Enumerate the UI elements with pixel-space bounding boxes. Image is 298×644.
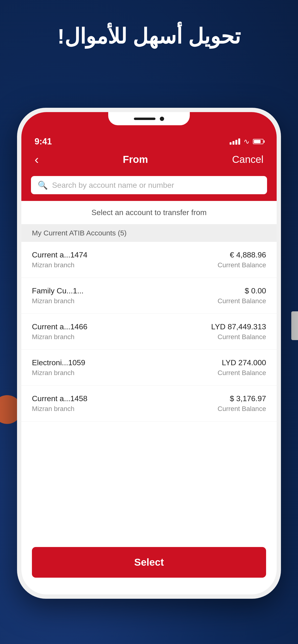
status-time: 9:41 xyxy=(35,136,52,146)
account-balance: $ 3,176.97 xyxy=(230,394,266,403)
cancel-button[interactable]: Cancel xyxy=(232,154,263,165)
phone-mockup: 9:41 ∿ xyxy=(17,108,281,599)
accounts-list: Current a...1474 Mizran branch € 4,888.9… xyxy=(21,242,277,422)
account-branch: Mizran branch xyxy=(32,297,83,305)
account-name: Current a...1458 xyxy=(32,394,87,403)
page-subtitle: Select an account to transfer from xyxy=(21,201,277,224)
select-button[interactable]: Select xyxy=(32,547,266,578)
account-item-1466[interactable]: Current a...1466 Mizran branch LYD 87,44… xyxy=(21,314,277,350)
status-icons: ∿ xyxy=(230,137,263,146)
balance-label: Current Balance xyxy=(218,405,266,413)
signal-icon xyxy=(230,138,240,145)
hero-title: تحويل أسهل للأموال! xyxy=(0,24,298,48)
scrollable-content: Select an account to transfer from My Cu… xyxy=(21,201,277,594)
balance-label: Current Balance xyxy=(218,261,266,269)
section-header: My Current ATIB Accounts (5) xyxy=(21,224,277,242)
select-button-wrapper: Select xyxy=(21,540,277,594)
wifi-icon: ∿ xyxy=(244,137,249,146)
account-balance: LYD 274.000 xyxy=(222,358,266,367)
account-item-1474[interactable]: Current a...1474 Mizran branch € 4,888.9… xyxy=(21,242,277,278)
account-name: Electroni...1059 xyxy=(32,358,85,367)
account-name: Current a...1466 xyxy=(32,322,87,331)
status-bar: 9:41 ∿ xyxy=(21,135,277,148)
search-bar[interactable]: 🔍 Search by account name or number xyxy=(31,176,267,194)
phone-inner: 9:41 ∿ xyxy=(21,112,277,594)
account-branch: Mizran branch xyxy=(32,261,87,269)
section-title: My Current ATIB Accounts (5) xyxy=(32,229,127,237)
notch-dot xyxy=(160,117,164,121)
search-input[interactable]: Search by account name or number xyxy=(52,181,260,190)
nav-title: From xyxy=(123,154,148,165)
account-item-1059[interactable]: Electroni...1059 Mizran branch LYD 274.0… xyxy=(21,350,277,386)
back-button[interactable]: ‹ xyxy=(35,152,39,167)
account-branch: Mizran branch xyxy=(32,369,85,377)
balance-label: Current Balance xyxy=(218,297,266,305)
search-container: 🔍 Search by account name or number xyxy=(21,171,277,201)
phone-outer: 9:41 ∿ xyxy=(17,108,281,599)
account-balance: LYD 87,449.313 xyxy=(211,322,266,331)
account-branch: Mizran branch xyxy=(32,405,87,413)
nav-bar: ‹ From Cancel xyxy=(21,148,277,171)
account-balance: € 4,888.96 xyxy=(230,250,266,259)
account-item-family[interactable]: Family Cu...1... Mizran branch $ 0.00 Cu… xyxy=(21,278,277,314)
notch-area xyxy=(21,112,277,135)
side-tab xyxy=(291,311,298,340)
balance-label: Current Balance xyxy=(218,369,266,377)
balance-label: Current Balance xyxy=(218,333,266,341)
account-name: Family Cu...1... xyxy=(32,286,83,295)
account-balance: $ 0.00 xyxy=(245,286,266,295)
search-icon: 🔍 xyxy=(38,180,48,190)
battery-icon xyxy=(253,139,263,144)
account-item-1458[interactable]: Current a...1458 Mizran branch $ 3,176.9… xyxy=(21,386,277,422)
notch-pill xyxy=(134,118,156,120)
notch xyxy=(108,112,190,125)
account-branch: Mizran branch xyxy=(32,333,87,341)
account-name: Current a...1474 xyxy=(32,250,87,259)
